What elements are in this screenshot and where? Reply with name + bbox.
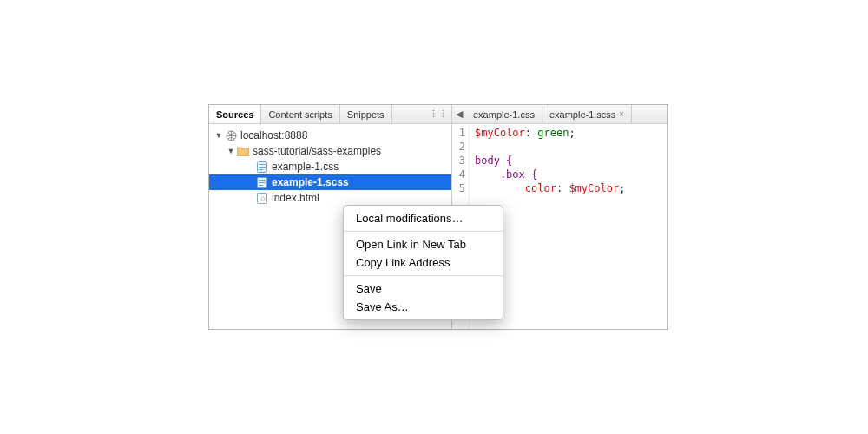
editor-tab-css[interactable]: example-1.css [466, 105, 542, 123]
svg-rect-6 [259, 180, 266, 181]
css-file-icon [256, 176, 268, 188]
tree-file-label: example-1.css [272, 161, 339, 173]
tree-file-html[interactable]: ◇ index.html [209, 190, 451, 206]
tab-snippets[interactable]: Snippets [340, 105, 392, 123]
tree-file-label: example-1.scss [272, 176, 349, 188]
context-menu: Local modifications… Open Link in New Ta… [343, 205, 503, 320]
tree-folder-label: sass-tutorial/sass-examples [253, 145, 381, 157]
sources-tabstrip: Sources Content scripts Snippets ⋮⋮ [209, 105, 451, 124]
menu-separator [344, 275, 503, 276]
disclosure-triangle-icon[interactable]: ▼ [227, 147, 235, 155]
tab-sources[interactable]: Sources [209, 105, 261, 123]
pane-toggle-icon[interactable]: ⋮⋮ [425, 108, 451, 120]
svg-rect-3 [259, 167, 266, 168]
editor-tabstrip: ◀ example-1.css example-1.scss × [452, 105, 667, 124]
editor-tab-label: example-1.scss [549, 109, 615, 120]
tree-file-label: index.html [272, 192, 319, 204]
nav-back-icon[interactable]: ◀ [452, 108, 466, 120]
menu-save-as[interactable]: Save As… [344, 298, 503, 316]
menu-local-modifications[interactable]: Local modifications… [344, 209, 503, 227]
svg-rect-8 [259, 185, 263, 186]
line-number: 4 [452, 168, 465, 181]
tab-content-scripts[interactable]: Content scripts [261, 105, 339, 123]
globe-icon [225, 129, 237, 141]
line-number: 2 [452, 140, 465, 154]
tree-file-css[interactable]: example-1.css [209, 159, 451, 174]
css-file-icon [256, 161, 268, 173]
disclosure-triangle-icon[interactable]: ▼ [214, 131, 223, 140]
editor-tab-scss[interactable]: example-1.scss × [542, 105, 632, 123]
close-icon[interactable]: × [619, 109, 624, 119]
tree-file-scss[interactable]: example-1.scss [209, 174, 451, 190]
svg-rect-7 [259, 182, 266, 183]
menu-copy-link[interactable]: Copy Link Address [344, 253, 503, 272]
tree-folder[interactable]: ▼ sass-tutorial/sass-examples [209, 143, 451, 159]
tree-host[interactable]: ▼ localhost:8888 [209, 128, 451, 143]
tree-host-label: localhost:8888 [240, 129, 307, 141]
folder-icon [237, 145, 249, 157]
html-file-icon: ◇ [256, 192, 268, 204]
menu-open-new-tab[interactable]: Open Link in New Tab [344, 235, 503, 253]
svg-rect-4 [259, 169, 263, 170]
line-number: 5 [452, 181, 465, 195]
svg-rect-2 [259, 164, 266, 165]
line-number: 1 [452, 126, 465, 140]
line-number: 3 [452, 154, 465, 168]
menu-save[interactable]: Save [344, 279, 503, 298]
editor-tab-label: example-1.css [473, 109, 535, 120]
menu-separator [344, 231, 503, 232]
